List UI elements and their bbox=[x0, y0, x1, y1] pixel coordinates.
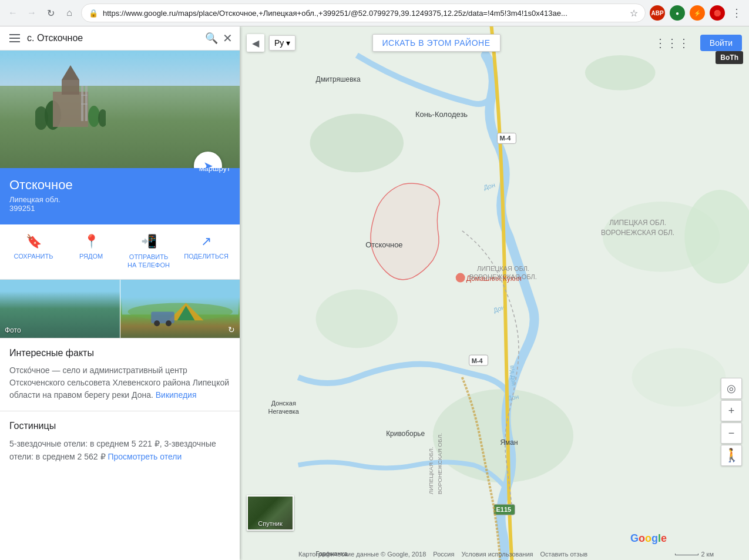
reload-button[interactable]: ↻ bbox=[42, 5, 59, 21]
svg-text:ВОРОНЕЖСКАЯ ОБЛ.: ВОРОНЕЖСКАЯ ОБЛ. bbox=[469, 273, 537, 280]
map-topbar: ◀ Ру ▾ ИСКАТЬ В ЭТОМ РАЙОНЕ ⋮⋮⋮ Войти bbox=[240, 26, 749, 59]
svg-point-16 bbox=[154, 320, 160, 326]
nav-buttons: ← → ↻ ⌂ bbox=[5, 5, 78, 21]
login-button[interactable]: Войти bbox=[700, 35, 742, 51]
svg-text:ЛИПЕЦКАЯ ОБЛ.: ЛИПЕЦКАЯ ОБЛ. bbox=[477, 265, 529, 272]
wikipedia-link[interactable]: Википедия bbox=[156, 390, 197, 400]
feedback-link[interactable]: Оставить отзыв bbox=[540, 551, 588, 558]
svg-text:Негачевка: Негачевка bbox=[268, 408, 300, 415]
photo-strip: Фото ↻ bbox=[0, 280, 240, 338]
ext-green-button[interactable]: ● bbox=[669, 5, 686, 21]
svg-text:ВОРОНЕЖСКАЯ ОБЛ.: ВОРОНЕЖСКАЯ ОБЛ. bbox=[436, 433, 443, 494]
browser-toolbar: ← → ↻ ⌂ 🔒 https://www.google.ru/maps/pla… bbox=[0, 0, 749, 26]
svg-point-23 bbox=[316, 290, 398, 348]
main-container: 🔍 ✕ bbox=[0, 26, 749, 560]
svg-text:E115: E115 bbox=[496, 506, 511, 513]
svg-point-17 bbox=[166, 320, 172, 326]
share-icon: ↗ bbox=[201, 234, 211, 249]
photo-label: Фото bbox=[5, 326, 21, 334]
nearby-action-button[interactable]: 📍 РЯДОМ bbox=[68, 234, 115, 270]
collapse-sidebar-button[interactable]: ◀ bbox=[247, 34, 264, 52]
share-action-button[interactable]: ↗ ПОДЕЛИТЬСЯ bbox=[183, 234, 230, 270]
action-buttons: 🔖 СОХРАНИТЬ 📍 РЯДОМ 📲 ОТПРАВИТЬ НА ТЕЛЕФ… bbox=[0, 224, 240, 280]
svg-text:Отскочное: Отскочное bbox=[365, 240, 402, 249]
svg-text:М-4: М-4 bbox=[499, 135, 511, 142]
ext-orange-button[interactable]: ⚡ bbox=[689, 5, 706, 21]
facts-title: Интересные факты bbox=[9, 348, 230, 358]
hotels-link[interactable]: Просмотреть отели bbox=[108, 452, 182, 461]
hotels-title: Гостиницы bbox=[9, 421, 230, 431]
ext-abp-button[interactable]: ABP bbox=[649, 5, 666, 21]
search-input-wrap bbox=[27, 33, 200, 43]
lock-icon: 🔒 bbox=[89, 9, 98, 18]
ext-red-button[interactable]: 🛑 bbox=[709, 5, 726, 21]
hamburger-button[interactable] bbox=[7, 32, 22, 45]
clear-search-button[interactable]: ✕ bbox=[223, 31, 233, 45]
church-silhouette bbox=[35, 62, 106, 133]
language-selector[interactable]: Ру ▾ bbox=[269, 35, 295, 51]
terms-link[interactable]: Условия использования bbox=[461, 551, 533, 558]
svg-point-9 bbox=[88, 106, 100, 127]
svg-rect-3 bbox=[62, 80, 79, 95]
zoom-in-button[interactable]: + bbox=[721, 400, 742, 421]
scale-bar bbox=[675, 554, 698, 555]
save-icon: 🔖 bbox=[26, 234, 42, 249]
address-bar: 🔒 https://www.google.ru/maps/place/Отско… bbox=[81, 4, 646, 22]
chevron-down-icon: ▾ bbox=[286, 38, 290, 48]
back-button[interactable]: ← bbox=[5, 5, 21, 21]
svg-point-19 bbox=[310, 114, 404, 173]
zoom-out-button[interactable]: − bbox=[721, 422, 742, 444]
ext-green-icon: ● bbox=[670, 5, 685, 21]
send-icon: 📲 bbox=[141, 234, 157, 249]
map-svg: Дон Дон Дон Дмитряшевка Конь-Колодезь М-… bbox=[240, 26, 749, 560]
bookmark-button[interactable]: ☆ bbox=[630, 8, 638, 19]
place-name: Отскочное bbox=[9, 177, 73, 193]
search-input[interactable] bbox=[27, 33, 200, 43]
save-action-button[interactable]: 🔖 СОХРАНИТЬ bbox=[10, 234, 57, 270]
search-bar: 🔍 ✕ bbox=[0, 26, 240, 51]
forward-button[interactable]: → bbox=[23, 5, 40, 21]
browser-extensions: ABP ● ⚡ 🛑 ⋮ bbox=[649, 4, 744, 22]
russia-link[interactable]: Россия bbox=[433, 551, 454, 558]
photo-bg-2 bbox=[120, 280, 240, 338]
ext-red-icon: 🛑 bbox=[710, 5, 725, 21]
abp-icon: ABP bbox=[650, 5, 665, 21]
svg-marker-4 bbox=[62, 65, 79, 80]
home-button[interactable]: ⌂ bbox=[61, 5, 78, 21]
hotels-text: 5-звездочные отели: в среднем 5 221 ₽, 3… bbox=[9, 437, 230, 464]
map-background: Дон Дон Дон Дмитряшевка Конь-Колодезь М-… bbox=[240, 26, 749, 560]
map-attribution: Картографические данные © Google, 2018 Р… bbox=[298, 551, 714, 558]
photo-thumb-2[interactable]: ↻ bbox=[120, 280, 240, 338]
hotels-section: Гостиницы 5-звездочные отели: в среднем … bbox=[0, 411, 240, 473]
svg-text:М-4: М-4 bbox=[472, 357, 483, 364]
street-view-button[interactable]: 🚶 bbox=[721, 445, 742, 466]
apps-grid-button[interactable]: ⋮⋮⋮ bbox=[649, 32, 696, 53]
satellite-thumbnail[interactable]: Спутник bbox=[247, 495, 294, 531]
svg-rect-7 bbox=[81, 95, 88, 96]
browser-chrome: ← → ↻ ⌂ 🔒 https://www.google.ru/maps/pla… bbox=[0, 0, 749, 26]
svg-text:ЛИПЕЦКАЯ ОБЛ.: ЛИПЕЦКАЯ ОБЛ. bbox=[609, 219, 666, 227]
send-action-button[interactable]: 📲 ОТПРАВИТЬ НА ТЕЛЕФОН bbox=[125, 234, 172, 270]
scale-label: 2 км bbox=[701, 551, 714, 558]
photo-thumb-1[interactable]: Фото bbox=[0, 280, 120, 338]
map-right-actions: ⋮⋮⋮ Войти bbox=[649, 32, 742, 53]
svg-point-24 bbox=[632, 348, 726, 407]
svg-text:ЛИПЕЦКАЯ ОБЛ.: ЛИПЕЦКАЯ ОБЛ. bbox=[428, 447, 434, 495]
place-info: Отскочное Липецкая обл. 399251 Проложить… bbox=[0, 168, 240, 224]
svg-text:Дмитряшевка: Дмитряшевка bbox=[316, 75, 361, 83]
svg-point-38 bbox=[456, 273, 465, 283]
search-this-area-button[interactable]: ИСКАТЬ В ЭТОМ РАЙОНЕ bbox=[372, 34, 501, 52]
svg-text:ВОРОНЕЖСКАЯ ОБЛ.: ВОРОНЕЖСКАЯ ОБЛ. bbox=[601, 229, 674, 237]
my-location-button[interactable]: ◎ bbox=[721, 378, 742, 399]
nearby-icon: 📍 bbox=[83, 234, 99, 249]
map-controls: ◎ + − 🚶 bbox=[721, 378, 742, 466]
svg-rect-8 bbox=[81, 103, 88, 105]
map-area[interactable]: Дон Дон Дон Дмитряшевка Конь-Колодезь М-… bbox=[240, 26, 749, 560]
svg-text:Кривоборье: Кривоборье bbox=[386, 430, 425, 438]
url-text: https://www.google.ru/maps/place/Отскочн… bbox=[103, 9, 625, 18]
svg-text:Конь-Колодезь: Конь-Колодезь bbox=[415, 110, 468, 119]
place-region: Липецкая обл. 399251 bbox=[9, 195, 73, 213]
facts-section: Интересные факты Отскóчное — село и адми… bbox=[0, 338, 240, 411]
browser-menu-button[interactable]: ⋮ bbox=[729, 4, 744, 22]
search-button[interactable]: 🔍 bbox=[205, 32, 218, 45]
